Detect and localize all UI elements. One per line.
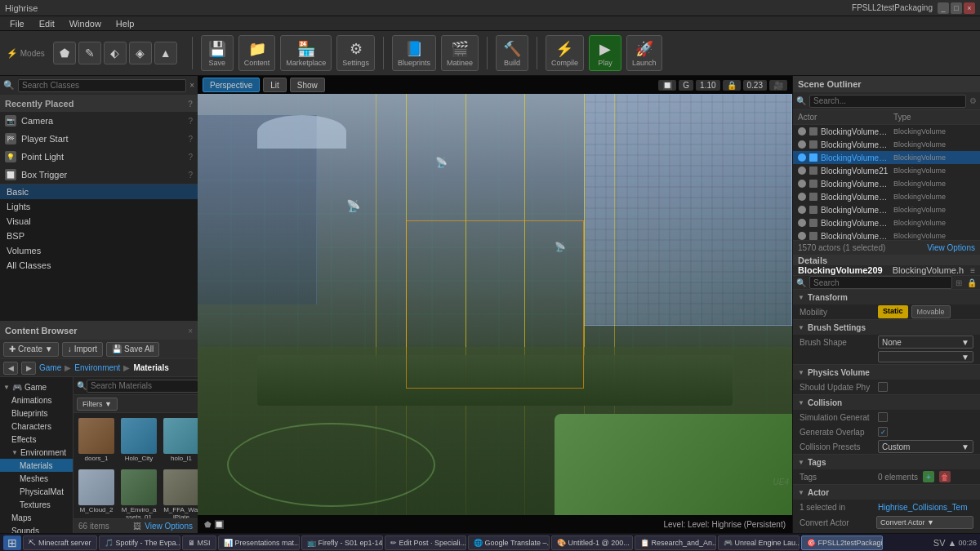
menu-edit[interactable]: Edit bbox=[33, 16, 61, 31]
nav-back[interactable]: ◀ bbox=[3, 362, 18, 375]
taskbar-untitled[interactable]: 🎨 Untitled-1 @ 200... bbox=[551, 535, 633, 550]
build-button[interactable]: 🔨 Build bbox=[496, 35, 528, 71]
placed-point-light[interactable]: 💡 Point Light ? bbox=[0, 148, 198, 166]
import-button[interactable]: ↓ Import bbox=[62, 342, 103, 357]
asset-env[interactable]: M_Enviro_assets_01 bbox=[119, 468, 158, 518]
asset-holo-city[interactable]: Holo_City bbox=[119, 416, 158, 464]
taskbar-unreal[interactable]: 🎮 Unreal Engine Lau... bbox=[718, 535, 800, 550]
details-link[interactable]: BlockingVolume.h bbox=[893, 265, 964, 275]
cat-bsp[interactable]: BSP bbox=[0, 229, 198, 243]
sim-gen-checkbox[interactable] bbox=[878, 412, 888, 422]
tree-textures[interactable]: Textures bbox=[0, 498, 73, 511]
outliner-view-options[interactable]: View Options bbox=[927, 243, 975, 252]
tree-sounds[interactable]: Sounds bbox=[0, 524, 73, 533]
tree-physicalmat[interactable]: PhysicalMat bbox=[0, 485, 73, 498]
collision-presets-dropdown[interactable]: Custom ▼ bbox=[878, 440, 973, 453]
cat-visual[interactable]: Visual bbox=[0, 214, 198, 229]
brush-settings-header[interactable]: Brush Settings bbox=[793, 320, 980, 335]
physics-header[interactable]: Physics Volume bbox=[793, 365, 980, 380]
search-materials-input[interactable] bbox=[87, 380, 198, 393]
outliner-item-21[interactable]: BlockingVolume21 BlockingVolume bbox=[793, 164, 980, 177]
scene[interactable]: 📡 📡 📡 UE4 bbox=[198, 94, 792, 515]
actor-header[interactable]: Actor bbox=[793, 485, 980, 500]
tray-sv[interactable]: SV ▲ bbox=[933, 538, 957, 548]
menu-help[interactable]: Help bbox=[109, 16, 141, 31]
gen-overlap-checkbox[interactable] bbox=[878, 427, 888, 437]
menu-file[interactable]: File bbox=[3, 16, 31, 31]
taskbar-presentations[interactable]: 📊 Presentations mat... bbox=[218, 535, 300, 550]
brush-shape-dropdown[interactable]: None ▼ bbox=[878, 335, 973, 349]
menu-window[interactable]: Window bbox=[63, 16, 108, 31]
tree-materials[interactable]: Materials bbox=[0, 459, 73, 472]
tree-effects[interactable]: Effects bbox=[0, 433, 73, 446]
cat-volumes[interactable]: Volumes bbox=[0, 243, 198, 258]
taskbar-research[interactable]: 📋 Research_and_An... bbox=[635, 535, 716, 550]
taskbar-fpsll2[interactable]: 🎯 FPSLL2testPackagi... bbox=[801, 535, 883, 550]
outliner-item-212[interactable]: BlockingVolume212 BlockingVolume bbox=[793, 203, 980, 216]
create-button[interactable]: ✚ Create ▼ bbox=[3, 342, 59, 357]
static-button[interactable]: Static bbox=[878, 305, 908, 318]
collision-header[interactable]: Collision bbox=[793, 395, 980, 410]
tree-game[interactable]: ▼🎮Game bbox=[0, 380, 73, 393]
vp-lit[interactable]: Lit bbox=[263, 78, 287, 92]
close-button[interactable]: × bbox=[964, 2, 975, 14]
matinee-button[interactable]: 🎬 Matinee bbox=[441, 35, 479, 71]
mode-select[interactable]: ⬟ bbox=[53, 42, 76, 64]
launch-button[interactable]: 🚀 Launch bbox=[626, 35, 662, 71]
outliner-item-210[interactable]: BlockingVolume210 BlockingVolume bbox=[793, 177, 980, 190]
details-options-icon[interactable]: ≡ bbox=[970, 266, 975, 275]
mode-landscape[interactable]: ⬖ bbox=[104, 42, 127, 64]
taskbar-minecraft[interactable]: ⛏ Minecraft server bbox=[23, 535, 97, 550]
asset-cloud[interactable]: M_Cloud_2 bbox=[77, 468, 116, 518]
taskbar-msi[interactable]: 🖥 MSI bbox=[182, 535, 216, 550]
outliner-settings-icon[interactable]: ⚙ bbox=[969, 96, 977, 105]
mode-foliage[interactable]: ◈ bbox=[129, 42, 152, 64]
placed-player-start[interactable]: 🏁 Player Start ? bbox=[0, 130, 198, 148]
tree-meshes[interactable]: Meshes bbox=[0, 472, 73, 485]
update-phy-checkbox[interactable] bbox=[878, 382, 888, 392]
vp-show[interactable]: Show bbox=[290, 78, 325, 92]
tags-header[interactable]: Tags bbox=[793, 455, 980, 469]
bc-environment[interactable]: Environment bbox=[74, 363, 120, 372]
taskbar-firefly[interactable]: 📺 Firefly - S01 ep1-14 bbox=[301, 535, 383, 550]
minimize-button[interactable]: _ bbox=[938, 2, 949, 14]
asset-wallplate[interactable]: M_FFA_WallPlate bbox=[162, 468, 198, 518]
maximize-button[interactable]: □ bbox=[951, 2, 962, 14]
delete-tag-button[interactable]: 🗑 bbox=[939, 471, 951, 482]
play-button[interactable]: ▶ Play bbox=[589, 35, 621, 71]
asset-doors1[interactable]: doors_1 bbox=[77, 416, 116, 464]
tree-maps[interactable]: Maps bbox=[0, 511, 73, 524]
details-lock-icon[interactable]: 🔒 bbox=[967, 278, 977, 287]
taskbar-editpost[interactable]: ✏ Edit Post · Speciali... bbox=[385, 535, 466, 550]
cat-lights[interactable]: Lights bbox=[0, 199, 198, 214]
details-search-input[interactable] bbox=[809, 276, 952, 289]
add-tag-button[interactable]: + bbox=[923, 471, 934, 482]
save-button[interactable]: 💾 Save bbox=[201, 35, 234, 71]
outliner-item-209[interactable]: BlockingVolume209 BlockingVolume bbox=[793, 151, 980, 164]
start-button[interactable]: ⊞ bbox=[3, 535, 21, 550]
transform-header[interactable]: Transform bbox=[793, 290, 980, 304]
search-clear-icon[interactable]: × bbox=[189, 81, 194, 90]
bc-game[interactable]: Game bbox=[39, 363, 61, 372]
filters-button[interactable]: Filters ▼ bbox=[77, 398, 118, 411]
tree-environment[interactable]: ▼Environment bbox=[0, 446, 73, 459]
outliner-item-207[interactable]: BlockingVolume207 BlockingVolume bbox=[793, 125, 980, 138]
cat-all-classes[interactable]: All Classes bbox=[0, 258, 198, 273]
view-options-button[interactable]: View Options bbox=[145, 522, 193, 531]
placed-box-trigger[interactable]: ⬜ Box Trigger ? bbox=[0, 166, 198, 184]
outliner-item-213[interactable]: BlockingVolume213 BlockingVolume bbox=[793, 216, 980, 229]
placed-camera[interactable]: 📷 Camera ? bbox=[0, 112, 198, 130]
outliner-search-input[interactable] bbox=[809, 95, 966, 108]
marketplace-button[interactable]: 🏪 Marketplace bbox=[280, 35, 332, 71]
convert-actor-dropdown[interactable]: Convert Actor ▼ bbox=[876, 516, 973, 529]
movable-button[interactable]: Movable bbox=[911, 305, 951, 318]
viewport[interactable]: Perspective Lit Show 🔲 G 1.10 🔒 0.23 🎥 bbox=[198, 76, 792, 533]
cb-close-icon[interactable]: × bbox=[188, 327, 193, 335]
brush-extra-dropdown[interactable]: ▼ bbox=[878, 351, 973, 362]
recently-placed-header[interactable]: Recently Placed ? bbox=[0, 96, 198, 112]
outliner-item-211[interactable]: BlockingVolume211 BlockingVolume bbox=[793, 190, 980, 203]
save-all-button[interactable]: 💾 Save All bbox=[106, 342, 159, 357]
cat-basic[interactable]: Basic bbox=[0, 184, 198, 199]
taskbar-spotify[interactable]: 🎵 Spotify - The Evpa... bbox=[99, 535, 180, 550]
settings-button[interactable]: ⚙ Settings bbox=[336, 35, 375, 71]
